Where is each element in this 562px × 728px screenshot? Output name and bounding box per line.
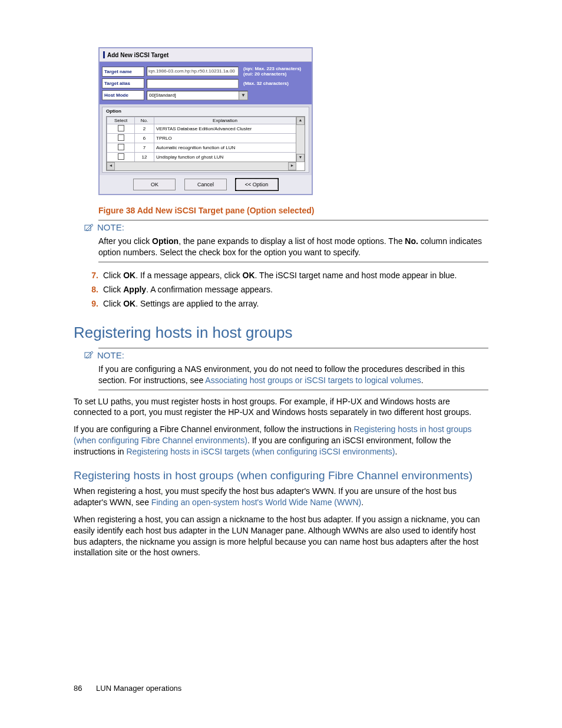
paragraph: To set LU paths, you must register hosts… — [74, 396, 488, 419]
link-iscsi[interactable]: Registering hosts in iSCSI targets (when… — [126, 447, 395, 456]
cancel-button[interactable]: Cancel — [184, 179, 227, 190]
paragraph: If you are configuring a Fibre Channel e… — [74, 424, 488, 457]
button-row: OK Cancel << Option — [100, 175, 312, 194]
figure-number: Figure 38 — [98, 206, 135, 215]
note-heading: NOTE: — [84, 222, 488, 232]
subsection-heading: Registering hosts in host groups (when c… — [74, 469, 488, 482]
step-8: 8. Click Apply. A confirmation message a… — [88, 285, 488, 294]
page-number: 86 — [74, 684, 82, 693]
target-alias-input[interactable] — [147, 79, 239, 88]
paragraph: When registering a host, you can assign … — [74, 514, 488, 559]
figure-caption: Figure 38 Add New iSCSI Target pane (Opt… — [98, 206, 488, 215]
steps-list: 7. Click OK. If a message appears, click… — [88, 271, 488, 308]
table-row: 12 Undisplay function of ghost LUN — [107, 153, 296, 162]
checkbox[interactable] — [118, 144, 124, 150]
footer-title: LUN Manager operations — [96, 684, 181, 693]
table-row: 6 TPRLO — [107, 134, 296, 143]
figure-screenshot: Add New iSCSI Target Target name iqn.198… — [98, 47, 313, 195]
checkbox[interactable] — [118, 125, 124, 131]
target-name-label: Target name — [102, 67, 144, 77]
col-explanation: Explanation — [154, 117, 296, 124]
host-mode-value: 00[Standard] — [147, 91, 239, 100]
step-7: 7. Click OK. If a message appears, click… — [88, 271, 488, 280]
note-heading: NOTE: — [84, 350, 488, 360]
option-table: Select No. Explanation 2 VERITAS Databas… — [106, 116, 305, 171]
col-no: No. — [135, 117, 154, 124]
col-select: Select — [107, 117, 135, 124]
option-button[interactable]: << Option — [236, 179, 278, 190]
paragraph: When registering a host, you must specif… — [74, 486, 488, 508]
table-row: 2 VERITAS Database Edition/Advanced Clus… — [107, 124, 296, 134]
scroll-right-icon[interactable]: ► — [288, 162, 296, 170]
target-name-hint: (iqn: Max. 223 characters) (eui: 20 char… — [241, 66, 309, 77]
figure-title: Add New iSCSI Target pane (Option select… — [137, 206, 315, 215]
checkbox[interactable] — [118, 134, 124, 141]
scroll-left-icon[interactable]: ◄ — [107, 162, 115, 170]
note-icon — [84, 223, 94, 232]
scroll-up-icon[interactable]: ▲ — [296, 117, 305, 125]
table-row: 7 Automatic recognition function of LUN — [107, 143, 296, 153]
link-wwn[interactable]: Finding an open-system host's World Wide… — [151, 498, 361, 507]
fields-area: Target name iqn.1986-03.com.hp:hp.r50.t.… — [100, 62, 312, 104]
vertical-scrollbar[interactable]: ▲ ▼ — [296, 117, 305, 162]
link-associating[interactable]: Associating host groups or iSCSI targets… — [205, 375, 421, 385]
note-body: If you are configuring a NAS environment… — [98, 364, 488, 386]
option-title: Option — [103, 107, 309, 115]
note-label: NOTE: — [97, 350, 124, 360]
chevron-down-icon[interactable]: ▼ — [239, 91, 247, 100]
page-footer: 86 LUN Manager operations — [74, 684, 181, 693]
note-icon — [84, 351, 94, 359]
window-title-text: Add New iSCSI Target — [107, 52, 168, 58]
target-alias-label: Target alias — [102, 78, 144, 88]
window-title: Add New iSCSI Target — [100, 48, 312, 62]
horizontal-scrollbar[interactable]: ◄ ► — [107, 162, 296, 170]
target-alias-hint: (Max. 32 characters) — [241, 81, 309, 86]
note-label: NOTE: — [97, 222, 124, 232]
option-section: Option Select No. Explanation 2 VERITAS … — [102, 107, 309, 173]
ok-button[interactable]: OK — [133, 179, 176, 190]
section-heading: Registering hosts in host groups — [74, 324, 488, 342]
host-mode-select[interactable]: 00[Standard] ▼ — [147, 91, 248, 100]
target-name-input[interactable]: iqn.1986-03.com.hp:hp.r50.t.10231.1a.00 — [147, 67, 239, 76]
note-body: After you click Option, the pane expands… — [98, 236, 488, 258]
scroll-down-icon[interactable]: ▼ — [296, 154, 305, 162]
host-mode-label: Host Mode — [102, 90, 144, 100]
step-9: 9. Click OK. Settings are applied to the… — [88, 299, 488, 308]
checkbox[interactable] — [118, 153, 124, 160]
